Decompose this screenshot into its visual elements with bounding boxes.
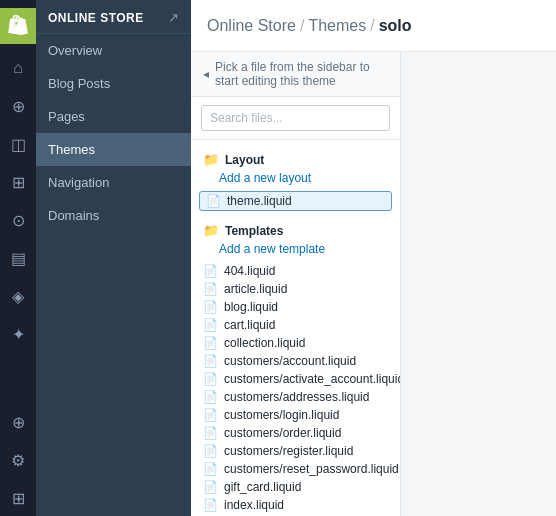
add-layout-link[interactable]: Add a new layout xyxy=(191,169,400,191)
external-link-icon[interactable]: ↗ xyxy=(168,10,179,25)
themes-label: Themes xyxy=(48,142,95,157)
file-item-gift-card[interactable]: 📄 gift_card.liquid xyxy=(191,478,400,496)
topbar: Online Store / Themes / solo xyxy=(191,0,556,52)
settings-2-icon[interactable]: ⊞ xyxy=(0,480,36,516)
overview-label: Overview xyxy=(48,43,102,58)
file-name-2: blog.liquid xyxy=(224,300,278,314)
file-icon-12: 📄 xyxy=(203,480,218,494)
navigation-label: Navigation xyxy=(48,175,109,190)
discounts-nav-icon[interactable]: ✦ xyxy=(0,316,36,352)
globe-icon[interactable]: ⊕ xyxy=(0,404,36,440)
sidebar-item-pages[interactable]: Pages xyxy=(36,100,191,133)
file-search-input[interactable] xyxy=(201,105,390,131)
search-nav-icon[interactable]: ⊕ xyxy=(0,88,36,124)
breadcrumb: Online Store / Themes / solo xyxy=(207,17,412,35)
file-name-9: customers/order.liquid xyxy=(224,426,341,440)
sidebar: Online Store ↗ Overview Blog Posts Pages… xyxy=(36,0,191,516)
file-item-customers-activate[interactable]: 📄 customers/activate_account.liquid xyxy=(191,370,400,388)
sidebar-item-blog-posts[interactable]: Blog Posts xyxy=(36,67,191,100)
file-item-theme-liquid[interactable]: 📄 theme.liquid xyxy=(199,191,392,211)
file-list: 📁 Layout Add a new layout 📄 theme.liquid… xyxy=(191,140,400,516)
file-name-12: gift_card.liquid xyxy=(224,480,301,494)
file-item-customers-addresses[interactable]: 📄 customers/addresses.liquid xyxy=(191,388,400,406)
content-area: ◂ Pick a file from the sidebar to start … xyxy=(191,52,556,516)
file-item-customers-account[interactable]: 📄 customers/account.liquid xyxy=(191,352,400,370)
sidebar-item-overview[interactable]: Overview xyxy=(36,34,191,67)
file-name-theme-liquid: theme.liquid xyxy=(227,194,292,208)
hint-arrow-icon: ◂ xyxy=(203,67,209,81)
file-sidebar: ◂ Pick a file from the sidebar to start … xyxy=(191,52,401,516)
pages-label: Pages xyxy=(48,109,85,124)
analytics-nav-icon[interactable]: ▤ xyxy=(0,240,36,276)
layout-section-header: 📁 Layout xyxy=(191,148,400,169)
templates-folder-icon: 📁 xyxy=(203,223,219,238)
sidebar-header-text: Online Store xyxy=(48,11,162,25)
breadcrumb-sep-1: / xyxy=(300,17,304,35)
file-item-404[interactable]: 📄 404.liquid xyxy=(191,262,400,280)
hint-text: Pick a file from the sidebar to start ed… xyxy=(215,60,388,88)
layout-section-label: Layout xyxy=(225,153,264,167)
file-item-customers-order[interactable]: 📄 customers/order.liquid xyxy=(191,424,400,442)
orders-nav-icon[interactable]: ◫ xyxy=(0,126,36,162)
breadcrumb-sep-2: / xyxy=(370,17,374,35)
file-name-6: customers/activate_account.liquid xyxy=(224,372,400,386)
add-template-link[interactable]: Add a new template xyxy=(191,240,400,262)
settings-1-icon[interactable]: ⚙ xyxy=(0,442,36,478)
shopify-logo[interactable] xyxy=(0,8,36,44)
hint-bar: ◂ Pick a file from the sidebar to start … xyxy=(191,52,400,97)
sidebar-item-navigation[interactable]: Navigation xyxy=(36,166,191,199)
main-area: Online Store / Themes / solo ◂ Pick a fi… xyxy=(191,0,556,516)
breadcrumb-online-store[interactable]: Online Store xyxy=(207,17,296,35)
breadcrumb-themes[interactable]: Themes xyxy=(308,17,366,35)
file-item-article[interactable]: 📄 article.liquid xyxy=(191,280,400,298)
file-icon-13: 📄 xyxy=(203,498,218,512)
file-item-collection[interactable]: 📄 collection.liquid xyxy=(191,334,400,352)
file-icon-2: 📄 xyxy=(203,300,218,314)
sidebar-item-themes[interactable]: Themes xyxy=(36,133,191,166)
sidebar-item-domains[interactable]: Domains xyxy=(36,199,191,232)
file-name-5: customers/account.liquid xyxy=(224,354,356,368)
icon-rail: ⌂ ⊕ ◫ ⊞ ⊙ ▤ ◈ ✦ ⊕ ⚙ ⊞ xyxy=(0,0,36,516)
sidebar-header: Online Store ↗ xyxy=(36,0,191,34)
file-icon-4: 📄 xyxy=(203,336,218,350)
file-icon-theme: 📄 xyxy=(206,194,221,208)
domains-label: Domains xyxy=(48,208,99,223)
file-item-index[interactable]: 📄 index.liquid xyxy=(191,496,400,514)
file-icon-7: 📄 xyxy=(203,390,218,404)
templates-section-header: 📁 Templates xyxy=(191,219,400,240)
file-icon-3: 📄 xyxy=(203,318,218,332)
file-item-customers-login[interactable]: 📄 customers/login.liquid xyxy=(191,406,400,424)
marketing-nav-icon[interactable]: ◈ xyxy=(0,278,36,314)
file-name-4: collection.liquid xyxy=(224,336,305,350)
layout-folder-icon: 📁 xyxy=(203,152,219,167)
file-icon-6: 📄 xyxy=(203,372,218,386)
file-icon-10: 📄 xyxy=(203,444,218,458)
file-name-10: customers/register.liquid xyxy=(224,444,353,458)
file-name-7: customers/addresses.liquid xyxy=(224,390,369,404)
file-icon-11: 📄 xyxy=(203,462,218,476)
file-item-cart[interactable]: 📄 cart.liquid xyxy=(191,316,400,334)
home-nav-icon[interactable]: ⌂ xyxy=(0,50,36,86)
file-name-11: customers/reset_password.liquid xyxy=(224,462,399,476)
file-name-0: 404.liquid xyxy=(224,264,275,278)
file-name-1: article.liquid xyxy=(224,282,287,296)
file-icon-1: 📄 xyxy=(203,282,218,296)
edit-area xyxy=(401,52,556,516)
file-item-customers-register[interactable]: 📄 customers/register.liquid xyxy=(191,442,400,460)
file-icon-5: 📄 xyxy=(203,354,218,368)
file-icon-8: 📄 xyxy=(203,408,218,422)
templates-section-label: Templates xyxy=(225,224,283,238)
file-item-blog[interactable]: 📄 blog.liquid xyxy=(191,298,400,316)
blog-posts-label: Blog Posts xyxy=(48,76,110,91)
customers-nav-icon[interactable]: ⊙ xyxy=(0,202,36,238)
breadcrumb-solo: solo xyxy=(379,17,412,35)
file-name-8: customers/login.liquid xyxy=(224,408,339,422)
file-icon-0: 📄 xyxy=(203,264,218,278)
file-name-3: cart.liquid xyxy=(224,318,275,332)
products-nav-icon[interactable]: ⊞ xyxy=(0,164,36,200)
file-icon-9: 📄 xyxy=(203,426,218,440)
file-name-13: index.liquid xyxy=(224,498,284,512)
file-item-customers-reset[interactable]: 📄 customers/reset_password.liquid xyxy=(191,460,400,478)
file-search-container xyxy=(191,97,400,140)
